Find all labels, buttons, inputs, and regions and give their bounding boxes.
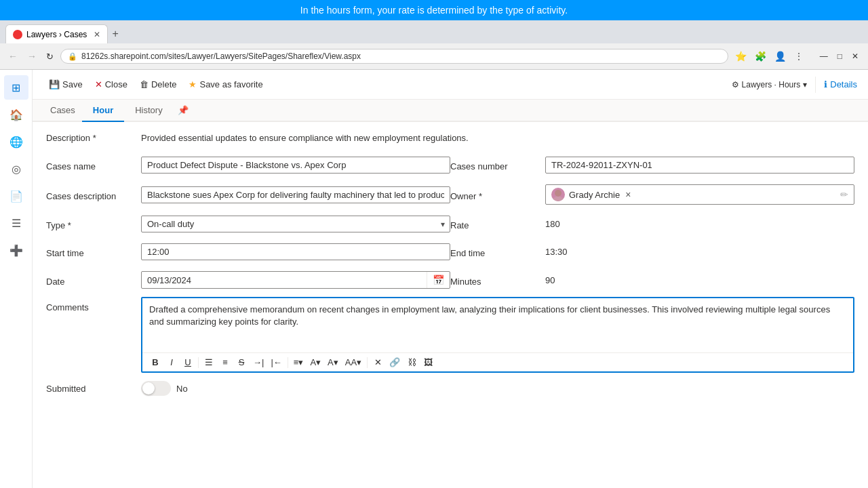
unlink-button[interactable]: ⛓ xyxy=(404,356,419,369)
forward-button[interactable]: → xyxy=(24,49,39,63)
cases-number-label: Cases number xyxy=(450,159,545,171)
tab-history[interactable]: History xyxy=(124,100,173,122)
browser-tab[interactable]: Lawyers › Cases ✕ xyxy=(5,24,108,43)
save-button[interactable]: 💾 Save xyxy=(43,75,88,94)
cases-name-input[interactable] xyxy=(141,157,450,174)
maximize-button[interactable]: □ xyxy=(833,50,846,62)
end-time-field: End time 13:30 xyxy=(450,241,854,263)
date-input[interactable] xyxy=(142,272,427,288)
clear-format-button[interactable]: ✕ xyxy=(370,356,385,369)
banner-text: In the hours form, your rate is determin… xyxy=(300,5,568,16)
sidebar-icon-home[interactable]: 🏠 xyxy=(4,102,28,127)
type-field: Type * On-call duty ▾ xyxy=(46,213,450,235)
end-time-value: 13:30 xyxy=(545,244,854,260)
date-label: Date xyxy=(46,274,141,287)
tab-hour[interactable]: Hour xyxy=(82,100,124,122)
refresh-button[interactable]: ↻ xyxy=(43,50,56,63)
strikethrough-button[interactable]: S xyxy=(234,356,249,369)
close-label: Close xyxy=(105,79,127,89)
link-button[interactable]: 🔗 xyxy=(387,356,403,369)
sidebar-icon-circle[interactable]: ◎ xyxy=(4,157,28,181)
svg-point-0 xyxy=(555,190,561,197)
breadcrumb: ⚙ Lawyers · Hours ▾ xyxy=(732,80,808,89)
type-select[interactable]: On-call duty xyxy=(141,216,450,232)
font-size-button[interactable]: AA▾ xyxy=(342,356,364,369)
submitted-toggle[interactable] xyxy=(141,381,171,396)
underline-button[interactable]: U xyxy=(180,356,195,369)
bold-button[interactable]: B xyxy=(148,356,163,369)
minutes-value: 90 xyxy=(545,272,854,288)
start-time-label: Start time xyxy=(46,245,141,258)
owner-edit-icon[interactable]: ✏ xyxy=(840,189,848,200)
tab-bar: Lawyers › Cases ✕ + xyxy=(0,20,868,43)
extensions-icon[interactable]: 🧩 xyxy=(752,49,769,63)
calendar-button[interactable]: 📅 xyxy=(427,272,450,288)
breadcrumb-text: Lawyers · Hours xyxy=(742,80,801,89)
tab-cases: Cases xyxy=(43,100,82,121)
unordered-list-button[interactable]: ☰ xyxy=(201,356,216,369)
address-bar[interactable]: 🔒 81262s.sharepoint.com/sites/Lawyer/Law… xyxy=(60,49,728,64)
cases-desc-owner-row: Cases description Owner * Grady Archie ×… xyxy=(46,182,854,207)
new-tab-button[interactable]: + xyxy=(108,28,122,40)
toggle-knob xyxy=(142,382,155,394)
owner-remove-button[interactable]: × xyxy=(625,189,631,200)
type-label: Type * xyxy=(46,218,141,230)
font-color-button[interactable]: A▾ xyxy=(307,356,323,369)
comments-content[interactable]: Drafted a comprehensive memorandum on re… xyxy=(142,298,853,352)
owner-field: Owner * Grady Archie × ✏ xyxy=(450,182,854,207)
close-button[interactable]: ✕ Close xyxy=(90,75,133,94)
owner-label: Owner * xyxy=(450,188,545,201)
save-favorite-button[interactable]: ★ Save as favorite xyxy=(183,75,268,94)
toggle-wrapper: No xyxy=(141,381,188,396)
sidebar-icon-list[interactable]: ☰ xyxy=(4,211,28,235)
lock-icon: 🔒 xyxy=(68,52,77,61)
owner-input[interactable]: Grady Archie × ✏ xyxy=(545,184,854,205)
cases-name-field: Cases name xyxy=(46,154,450,176)
profile-icon[interactable]: 👤 xyxy=(772,49,789,63)
tab-label: Lawyers › Cases xyxy=(26,30,87,39)
date-input-wrapper: 📅 xyxy=(141,271,450,289)
close-button[interactable]: ✕ xyxy=(848,50,863,62)
minimize-button[interactable]: — xyxy=(816,50,832,62)
delete-button[interactable]: 🗑 Delete xyxy=(134,75,182,94)
save-icon: 💾 xyxy=(49,79,60,89)
date-minutes-row: Date 📅 Minutes 90 xyxy=(46,268,854,291)
comments-toolbar: B I U ☰ ≡ S →| |← ≡▾ A▾ A▾ AA▾ xyxy=(142,352,853,371)
back-button[interactable]: ← xyxy=(5,49,20,63)
cases-number-field: Cases number xyxy=(450,154,854,176)
details-button[interactable]: ℹ Details xyxy=(824,79,857,89)
indent-button[interactable]: →| xyxy=(250,356,267,369)
submitted-label: Submitted xyxy=(46,384,141,394)
owner-avatar xyxy=(551,188,565,201)
bookmarks-icon[interactable]: ⭐ xyxy=(732,49,749,63)
cases-desc-input[interactable] xyxy=(141,186,450,203)
image-button[interactable]: 🖼 xyxy=(420,356,435,369)
tabs-row: Cases Hour History 📌 xyxy=(33,100,868,122)
sidebar-icon-doc[interactable]: 📄 xyxy=(4,184,28,208)
date-field: Date 📅 xyxy=(46,268,450,291)
time-row: Start time End time 13:30 xyxy=(46,241,854,263)
delete-icon: 🗑 xyxy=(140,79,149,89)
toolbar-divider xyxy=(815,77,816,93)
toolbar-right: ⚙ Lawyers · Hours ▾ ℹ Details xyxy=(732,77,857,93)
align-button[interactable]: ≡▾ xyxy=(291,356,307,369)
cases-desc-label: Cases description xyxy=(46,188,141,201)
pin-icon[interactable]: 📌 xyxy=(174,100,193,121)
menu-icon[interactable]: ⋮ xyxy=(791,49,806,63)
sidebar-icon-globe[interactable]: 🌐 xyxy=(4,129,28,154)
description-label: Description * xyxy=(46,130,141,143)
sidebar-icon-add[interactable]: ➕ xyxy=(4,238,28,262)
sidebar-icon-apps[interactable]: ⊞ xyxy=(4,75,28,100)
rate-value: 180 xyxy=(545,216,854,232)
start-time-field: Start time xyxy=(46,241,450,263)
cases-number-input[interactable] xyxy=(545,157,854,174)
tab-close[interactable]: ✕ xyxy=(94,30,100,39)
italic-button[interactable]: I xyxy=(164,356,179,369)
start-time-input[interactable] xyxy=(141,243,450,260)
outdent-button[interactable]: |← xyxy=(268,356,284,369)
comments-editor[interactable]: Drafted a comprehensive memorandum on re… xyxy=(141,297,854,373)
ct-divider-3 xyxy=(367,357,368,368)
highlight-button[interactable]: A▾ xyxy=(325,356,341,369)
ordered-list-button[interactable]: ≡ xyxy=(218,356,233,369)
star-icon: ★ xyxy=(189,79,197,89)
